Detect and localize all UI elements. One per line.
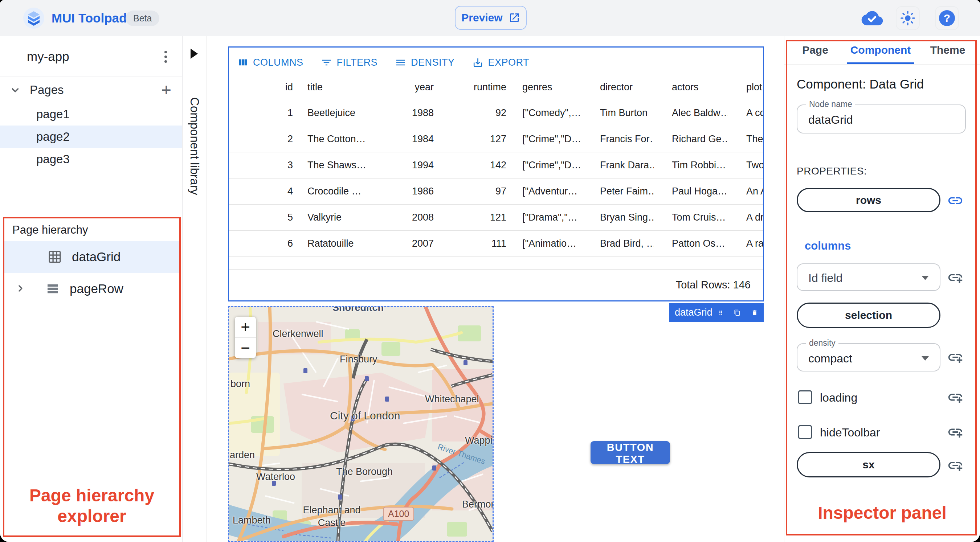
node-name-field[interactable]: Node name dataGrid <box>797 105 966 134</box>
datagrid-selection-chip: dataGrid <box>669 303 764 322</box>
map-road-badge: A100 <box>383 507 414 521</box>
page-hierarchy-title: Page hierarchy <box>12 224 88 237</box>
column-header[interactable]: title <box>298 82 389 93</box>
column-header[interactable]: plot <box>728 82 763 93</box>
table-row[interactable]: 1Beetlejuice198892["Comedy",…Tim BurtonA… <box>229 100 763 126</box>
drag-handle-icon[interactable] <box>718 307 724 318</box>
map-label: Waterloo <box>256 471 295 483</box>
export-button[interactable]: EXPORT <box>472 57 530 68</box>
datagrid-header-row: id title year runtime genres director ac… <box>229 74 763 100</box>
pages-section-label: Pages <box>30 83 64 97</box>
sidebar: my-app Pages + page1 page2 page3 Page hi… <box>0 36 183 542</box>
download-icon <box>472 57 484 68</box>
add-binding-icon[interactable] <box>947 389 964 405</box>
column-header[interactable]: year <box>389 82 439 93</box>
selected-node-name: dataGrid <box>675 307 713 318</box>
datagrid-footer: Total Rows: 146 <box>229 269 763 300</box>
column-header[interactable]: director <box>584 82 654 93</box>
density-label: density <box>806 338 838 348</box>
column-header[interactable]: genres <box>511 82 584 93</box>
map-label: Shoreditch <box>332 306 383 313</box>
hidetoolbar-checkbox[interactable] <box>798 425 812 439</box>
map-label: Elephant and Castle <box>301 504 363 529</box>
density-select[interactable]: density compact <box>797 343 940 372</box>
table-row[interactable]: 6Ratatouille2007111["Animatio…Brad Bird,… <box>229 231 763 257</box>
page-item-label: page3 <box>36 153 70 166</box>
datagrid-component[interactable]: COLUMNS FILTERS DENSITY EXPORT id <box>228 46 764 302</box>
page-item-label: page2 <box>36 130 70 144</box>
delete-icon[interactable] <box>751 307 758 318</box>
inspector-tabs: Page Component Theme <box>784 36 980 65</box>
top-app-bar: MUI Toolpad Beta Preview <box>0 0 980 36</box>
map-label: Wapping <box>465 435 494 446</box>
hierarchy-item-label: pageRow <box>70 281 123 296</box>
chevron-right-icon[interactable] <box>14 282 28 295</box>
hierarchy-item-pagerow[interactable]: pageRow <box>4 273 179 305</box>
component-library-strip: Component library <box>183 36 207 542</box>
button-component[interactable]: BUTTON TEXT <box>590 441 670 464</box>
chevron-down-icon <box>921 356 929 361</box>
table-row[interactable]: 2The Cotton…1984127["Crime","D…Francis F… <box>229 126 763 153</box>
page-hierarchy-panel: Page hierarchy dataGrid <box>3 217 181 537</box>
sidebar-item-page3[interactable]: page3 <box>0 148 182 170</box>
beta-badge: Beta <box>126 11 159 26</box>
tab-page[interactable]: Page <box>792 36 839 64</box>
tab-theme[interactable]: Theme <box>922 36 973 64</box>
preview-button[interactable]: Preview <box>455 6 527 30</box>
datagrid-toolbar: COLUMNS FILTERS DENSITY EXPORT <box>237 54 529 71</box>
preview-button-label: Preview <box>461 12 502 24</box>
view-column-icon <box>237 57 248 68</box>
add-binding-icon[interactable] <box>947 349 964 366</box>
add-binding-icon[interactable] <box>947 269 964 286</box>
duplicate-icon[interactable] <box>734 307 740 318</box>
tab-component[interactable]: Component <box>848 36 913 64</box>
hidetoolbar-label: hideToolbar <box>820 426 880 439</box>
map-label: Whitechapel <box>425 394 479 405</box>
hierarchy-item-label: dataGrid <box>72 250 121 264</box>
pages-section-header[interactable]: Pages <box>0 77 182 103</box>
bound-link-icon[interactable] <box>947 192 964 209</box>
id-field-value: Id field <box>808 271 842 285</box>
help-button[interactable]: ? <box>935 6 959 30</box>
theme-toggle-button[interactable] <box>896 6 920 30</box>
add-binding-icon[interactable] <box>947 424 964 440</box>
sx-property-button[interactable]: sx <box>797 452 940 477</box>
zoom-out-button[interactable]: − <box>235 338 256 358</box>
map-label: Lambeth <box>233 515 271 526</box>
rows-property-button[interactable]: rows <box>797 188 940 212</box>
page-row-icon <box>45 281 60 296</box>
columns-button[interactable]: COLUMNS <box>237 57 304 68</box>
hierarchy-item-datagrid[interactable]: dataGrid <box>4 241 179 273</box>
filters-button-label: FILTERS <box>337 57 378 68</box>
map-component[interactable]: Shoreditch Clerkenwell Finsbury born Whi… <box>228 306 494 542</box>
map-label: The Borough <box>336 466 393 477</box>
active-tab-indicator <box>847 62 914 64</box>
column-header[interactable]: id <box>229 82 298 93</box>
density-button[interactable]: DENSITY <box>395 57 455 68</box>
light-mode-sun-icon <box>900 11 915 26</box>
table-row[interactable]: 5Valkyrie2008121["Drama","…Bryan Sing…To… <box>229 205 763 231</box>
sidebar-item-page1[interactable]: page1 <box>0 103 182 126</box>
add-page-button[interactable]: + <box>155 77 177 102</box>
table-row[interactable]: 4Crocodile …198697["Adventur…Peter Faim…… <box>229 178 763 205</box>
expand-library-arrow-icon[interactable] <box>191 49 198 59</box>
selection-property-button[interactable]: selection <box>797 302 940 328</box>
filters-button[interactable]: FILTERS <box>321 57 378 68</box>
loading-checkbox[interactable] <box>798 390 812 404</box>
page-canvas: COLUMNS FILTERS DENSITY EXPORT id <box>207 36 784 542</box>
column-header[interactable]: actors <box>654 82 728 93</box>
columns-property-link[interactable]: columns <box>805 240 851 253</box>
chevron-down-icon <box>921 276 929 280</box>
id-field-select[interactable]: Id field <box>797 263 940 291</box>
map-label: arden <box>230 450 255 461</box>
app-menu-kebab-icon[interactable] <box>157 48 174 65</box>
node-name-value: dataGrid <box>808 113 853 127</box>
table-row[interactable]: 3The Shaws…1994142["Crime","D…Frank Dara… <box>229 153 763 178</box>
map-label: born <box>231 378 250 389</box>
add-binding-icon[interactable] <box>947 457 964 474</box>
density-menu-icon <box>395 57 406 68</box>
sidebar-item-page2[interactable]: page2 <box>0 126 182 148</box>
column-header[interactable]: runtime <box>439 82 511 93</box>
app-title: MUI Toolpad <box>51 0 127 36</box>
zoom-in-button[interactable]: + <box>235 317 256 338</box>
